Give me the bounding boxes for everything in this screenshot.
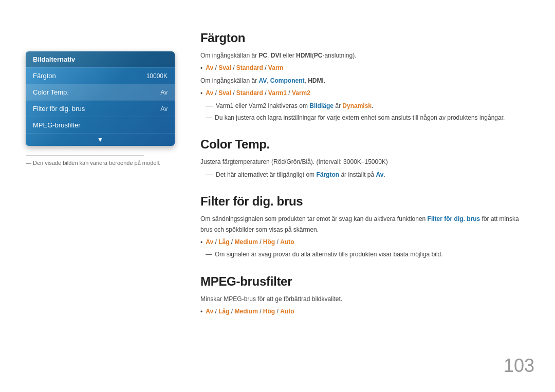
bullet-item: •Av / Sval / Standard / Varm bbox=[200, 63, 529, 73]
em-dash: — bbox=[206, 113, 212, 123]
menu-item[interactable]: Color Temp.Av bbox=[26, 84, 175, 100]
bullet-dot: • bbox=[200, 307, 202, 317]
section-colortemp: Color Temp.Justera färgtemperaturen (Röd… bbox=[200, 137, 529, 180]
bullet-text: Av / Sval / Standard / Varm bbox=[206, 63, 283, 73]
menu-item[interactable]: MPEG-brusfilter bbox=[26, 117, 175, 133]
emdash-note: —Varm1 eller Varm2 inaktiveras om Bildlä… bbox=[206, 101, 529, 111]
bullet-dot: • bbox=[200, 63, 202, 73]
menu-item-label: Color Temp. bbox=[33, 88, 69, 96]
menu-item[interactable]: Filter för dig. brusAv bbox=[26, 100, 175, 117]
bullet-text: Av / Låg / Medium / Hög / Auto bbox=[206, 237, 294, 247]
paragraph: Minskar MPEG-brus för att ge förbättrad … bbox=[200, 294, 529, 304]
section-body-fargton: Om ingångskällan är PC, DVI eller HDMI(P… bbox=[200, 50, 529, 123]
section-fargton: FärgtonOm ingångskällan är PC, DVI eller… bbox=[200, 31, 529, 123]
paragraph: Om sändningssignalen som produkten tar e… bbox=[200, 214, 529, 235]
bullet-dot: • bbox=[200, 88, 202, 99]
emdash-text: Det här alternativet är tillgängligt om … bbox=[216, 170, 385, 180]
emdash-note: —Du kan justera och lagra inställningar … bbox=[206, 113, 529, 123]
menu-item-label: Filter för dig. brus bbox=[33, 105, 85, 113]
section-title-mpegbrus: MPEG-brusfilter bbox=[200, 274, 529, 289]
menu-item-value: 10000K bbox=[146, 72, 168, 80]
emdash-text: Varm1 eller Varm2 inaktiveras om Bildläg… bbox=[216, 101, 373, 111]
em-dash: — bbox=[206, 170, 213, 180]
section-filterdig: Filter för dig. brusOm sändningssignalen… bbox=[200, 194, 529, 260]
menu-box: Bildalternativ Färgton10000KColor Temp.A… bbox=[26, 51, 175, 146]
bullet-item: •Av / Låg / Medium / Hög / Auto bbox=[200, 237, 529, 248]
menu-item-label: Färgton bbox=[33, 72, 56, 80]
emdash-text: Om signalen är svag provar du alla alter… bbox=[215, 249, 443, 259]
em-dash: — bbox=[206, 249, 212, 259]
section-title-colortemp: Color Temp. bbox=[200, 137, 529, 152]
section-mpegbrus: MPEG-brusfilterMinskar MPEG-brus för att… bbox=[200, 274, 529, 318]
page-number: 103 bbox=[504, 355, 534, 377]
paragraph: Justera färgtemperaturen (Röd/Grön/Blå).… bbox=[200, 157, 529, 167]
section-title-fargton: Färgton bbox=[200, 31, 529, 45]
menu-item-label: MPEG-brusfilter bbox=[33, 121, 80, 129]
emdash-note: —Det här alternativet är tillgängligt om… bbox=[206, 170, 529, 180]
menu-item-value: Av bbox=[160, 105, 168, 113]
em-dash: — bbox=[206, 101, 213, 111]
section-body-mpegbrus: Minskar MPEG-brus för att ge förbättrad … bbox=[200, 294, 529, 318]
menu-arrow: ▼ bbox=[26, 133, 175, 146]
emdash-note: —Om signalen är svag provar du alla alte… bbox=[206, 249, 529, 259]
section-body-filterdig: Om sändningssignalen som produkten tar e… bbox=[200, 214, 529, 260]
menu-item-value: Av bbox=[160, 89, 168, 96]
bullet-text: Av / Låg / Medium / Hög / Auto bbox=[206, 306, 294, 316]
menu-title: Bildalternativ bbox=[26, 51, 175, 67]
section-title-filterdig: Filter för dig. brus bbox=[200, 194, 529, 209]
menu-item[interactable]: Färgton10000K bbox=[26, 67, 175, 84]
paragraph: Om ingångskällan är PC, DVI eller HDMI(P… bbox=[200, 50, 529, 61]
emdash-text: Du kan justera och lagra inställningar f… bbox=[215, 113, 505, 123]
right-content: FärgtonOm ingångskällan är PC, DVI eller… bbox=[200, 31, 529, 331]
bullet-text: Av / Sval / Standard / Varm1 / Varm2 bbox=[206, 88, 310, 98]
bullet-item: •Av / Låg / Medium / Hög / Auto bbox=[200, 306, 529, 317]
bullet-item: •Av / Sval / Standard / Varm1 / Varm2 bbox=[200, 88, 529, 99]
footnote-divider bbox=[26, 155, 144, 156]
section-body-colortemp: Justera färgtemperaturen (Röd/Grön/Blå).… bbox=[200, 157, 529, 180]
left-panel: Bildalternativ Färgton10000KColor Temp.A… bbox=[26, 51, 175, 166]
footnote-text: — Den visade bilden kan variera beroende… bbox=[26, 160, 175, 166]
paragraph: Om ingångskällan är AV, Component, HDMI. bbox=[200, 76, 529, 86]
bullet-dot: • bbox=[200, 237, 202, 248]
